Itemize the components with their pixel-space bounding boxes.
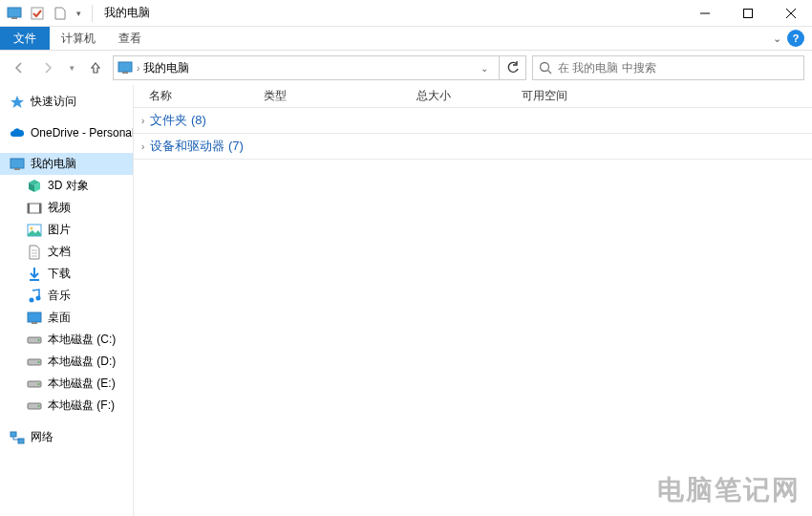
window-title: 我的电脑 bbox=[104, 5, 150, 21]
sidebar-item-label: 本地磁盘 (D:) bbox=[48, 354, 116, 370]
sidebar-item-this-pc[interactable]: 我的电脑 bbox=[0, 153, 133, 175]
chevron-right-icon: › bbox=[141, 116, 144, 126]
svg-rect-2 bbox=[32, 8, 43, 19]
network-icon bbox=[10, 430, 25, 445]
sidebar-item-label: 网络 bbox=[31, 429, 53, 445]
expand-ribbon-icon[interactable]: ⌄ bbox=[773, 32, 781, 45]
sidebar-item[interactable]: 图片 bbox=[0, 219, 133, 241]
svg-point-29 bbox=[38, 361, 40, 363]
sidebar-item-label: 我的电脑 bbox=[31, 156, 76, 172]
column-header[interactable]: 名称 bbox=[134, 88, 248, 104]
tab-view[interactable]: 查看 bbox=[107, 27, 153, 50]
maximize-button[interactable] bbox=[726, 0, 769, 27]
help-button[interactable]: ? bbox=[787, 30, 804, 47]
search-icon bbox=[539, 61, 552, 75]
sidebar-item-label: 下载 bbox=[48, 266, 71, 282]
sidebar-item-label: 本地磁盘 (E:) bbox=[48, 376, 116, 392]
sidebar-item[interactable]: 本地磁盘 (E:) bbox=[0, 373, 133, 395]
sidebar-item[interactable]: 本地磁盘 (C:) bbox=[0, 329, 133, 351]
group-header[interactable]: ›设备和驱动器 (7) bbox=[134, 134, 812, 160]
svg-rect-8 bbox=[122, 72, 128, 74]
file-tab[interactable]: 文件 bbox=[0, 27, 50, 50]
sidebar-item[interactable]: 本地磁盘 (D:) bbox=[0, 351, 133, 373]
sidebar-item[interactable]: 文档 bbox=[0, 241, 133, 263]
search-input[interactable] bbox=[558, 61, 798, 75]
body: 快速访问 OneDrive - Personal 我的电脑 3D 对象视频图片文… bbox=[0, 85, 812, 516]
svg-rect-13 bbox=[28, 204, 41, 213]
group-label: 文件夹 (8) bbox=[150, 112, 206, 129]
chevron-right-icon: › bbox=[141, 141, 144, 152]
breadcrumb[interactable]: 我的电脑 bbox=[143, 60, 189, 76]
quick-access-toolbar: ▾ bbox=[0, 3, 88, 24]
sidebar-item[interactable]: 3D 对象 bbox=[0, 175, 133, 197]
group-label: 设备和驱动器 (7) bbox=[150, 138, 244, 155]
app-icon[interactable] bbox=[4, 3, 25, 24]
svg-point-23 bbox=[36, 295, 41, 300]
svg-point-22 bbox=[30, 297, 34, 302]
breadcrumb-separator: › bbox=[137, 63, 139, 74]
refresh-button[interactable] bbox=[500, 55, 526, 80]
sidebar-item[interactable]: 下载 bbox=[0, 263, 133, 285]
sidebar-item-network[interactable]: 网络 bbox=[0, 426, 133, 448]
sidebar-item-label: 3D 对象 bbox=[48, 178, 89, 194]
recent-dropdown[interactable]: ▾ bbox=[65, 56, 78, 79]
address-dropdown-icon[interactable]: ⌄ bbox=[474, 63, 495, 74]
sidebar-item-quick-access[interactable]: 快速访问 bbox=[0, 91, 133, 113]
svg-rect-34 bbox=[11, 432, 16, 437]
svg-rect-11 bbox=[11, 159, 24, 168]
qat-dropdown-icon[interactable]: ▾ bbox=[73, 3, 84, 24]
sidebar-item-label: OneDrive - Personal bbox=[31, 126, 134, 140]
ribbon: 文件 计算机 查看 ⌄ ? bbox=[0, 27, 812, 51]
window-controls bbox=[683, 0, 812, 27]
desktop-icon bbox=[27, 311, 42, 326]
back-button[interactable] bbox=[8, 56, 31, 79]
svg-rect-0 bbox=[8, 8, 21, 17]
svg-rect-7 bbox=[118, 62, 132, 72]
tab-computer[interactable]: 计算机 bbox=[50, 27, 107, 50]
address-bar[interactable]: › 我的电脑 ⌄ bbox=[113, 55, 500, 80]
star-icon bbox=[10, 95, 25, 110]
qat-checkbox-icon[interactable] bbox=[27, 3, 48, 24]
forward-button[interactable] bbox=[36, 56, 59, 79]
address-toolbar: ▾ › 我的电脑 ⌄ bbox=[0, 51, 812, 85]
sidebar-item[interactable]: 音乐 bbox=[0, 285, 133, 307]
svg-rect-24 bbox=[28, 312, 41, 322]
video-icon bbox=[27, 201, 42, 216]
sidebar-item-label: 本地磁盘 (F:) bbox=[48, 398, 115, 414]
sidebar-item[interactable]: 本地磁盘 (F:) bbox=[0, 395, 133, 417]
svg-rect-1 bbox=[11, 17, 17, 19]
monitor-icon bbox=[118, 61, 133, 75]
download-icon bbox=[27, 267, 42, 282]
svg-line-10 bbox=[548, 71, 552, 75]
svg-rect-14 bbox=[28, 204, 30, 213]
sidebar-item[interactable]: 桌面 bbox=[0, 307, 133, 329]
sidebar-item-label: 快速访问 bbox=[31, 94, 76, 110]
close-button[interactable] bbox=[769, 0, 812, 27]
cube-icon bbox=[27, 179, 42, 194]
drive-icon bbox=[27, 376, 42, 392]
svg-rect-4 bbox=[743, 9, 752, 17]
sidebar-item-onedrive[interactable]: OneDrive - Personal bbox=[0, 122, 133, 143]
qat-file-icon[interactable] bbox=[50, 3, 71, 24]
sidebar-item-label: 视频 bbox=[48, 200, 71, 216]
svg-rect-12 bbox=[14, 168, 20, 170]
column-headers[interactable]: 名称类型总大小可用空间 bbox=[134, 85, 812, 108]
drive-icon bbox=[27, 333, 42, 348]
svg-point-27 bbox=[38, 339, 40, 341]
minimize-button[interactable] bbox=[683, 0, 726, 27]
navigation-pane[interactable]: 快速访问 OneDrive - Personal 我的电脑 3D 对象视频图片文… bbox=[0, 85, 134, 516]
drive-icon bbox=[27, 355, 42, 370]
column-header[interactable]: 类型 bbox=[248, 88, 401, 104]
up-button[interactable] bbox=[84, 56, 107, 79]
sidebar-item[interactable]: 视频 bbox=[0, 197, 133, 219]
column-header[interactable]: 总大小 bbox=[401, 88, 506, 104]
group-header[interactable]: ›文件夹 (8) bbox=[134, 108, 812, 134]
column-header[interactable]: 可用空间 bbox=[506, 88, 621, 104]
svg-point-17 bbox=[31, 226, 33, 229]
sidebar-item-label: 图片 bbox=[48, 222, 71, 238]
search-box[interactable] bbox=[532, 55, 804, 80]
drive-icon bbox=[27, 398, 42, 414]
svg-rect-25 bbox=[32, 322, 37, 324]
svg-point-33 bbox=[38, 405, 40, 407]
content-pane: 名称类型总大小可用空间 ›文件夹 (8)›设备和驱动器 (7) bbox=[134, 85, 812, 516]
